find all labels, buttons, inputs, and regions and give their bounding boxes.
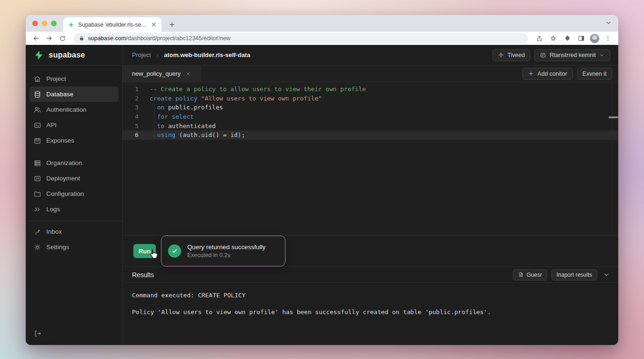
- breadcrumb-chevron-icon: ›: [156, 52, 158, 58]
- code-line: 3 on public.profiles: [123, 103, 618, 112]
- sidebar-item-label: Settings: [46, 244, 69, 251]
- window-controls: [32, 21, 57, 26]
- sidebar-item-settings[interactable]: Settings: [29, 239, 118, 255]
- kemnit-label: Rtanstrred kemnit: [549, 52, 596, 58]
- close-window-button[interactable]: [32, 21, 38, 26]
- guesr-label: Guesr: [527, 272, 542, 278]
- results-output: Command executed: CREATE POLICY Policy '…: [123, 283, 618, 345]
- sidebar-item-label: API: [46, 122, 57, 129]
- code-line: 4 for select: [123, 112, 618, 122]
- sidebar-item-organization[interactable]: Organization: [29, 155, 118, 171]
- card-lines-icon: [540, 52, 546, 58]
- guesr-button[interactable]: Guesr: [513, 269, 547, 280]
- sidebar-footer: [26, 330, 122, 345]
- sidebar-item-database[interactable]: Database: [29, 86, 118, 102]
- tiveed-button[interactable]: Tiveed: [492, 49, 530, 61]
- query-tabbar: new_policy_query Add conitor Exvnen it: [123, 65, 618, 82]
- sidebar-divider: [26, 221, 122, 221]
- sidebar-item-label: Database: [46, 91, 73, 98]
- sidebar-item-label: Project: [46, 75, 66, 82]
- side-panel-icon[interactable]: [576, 33, 587, 44]
- bookmark-star-icon[interactable]: [548, 33, 559, 44]
- sql-editor[interactable]: 1 -- Create a policy to allow users to v…: [123, 82, 618, 235]
- check-circle-icon: [168, 244, 181, 258]
- results-collapse-chevron-icon[interactable]: [601, 272, 612, 278]
- header-actions: Tiveed Rtanstrred kemnit: [492, 49, 610, 61]
- code-line: 1 -- Create a policy to allow users to v…: [123, 85, 618, 94]
- breadcrumb-project[interactable]: Project: [132, 51, 151, 58]
- reload-button[interactable]: [57, 33, 68, 44]
- tabbar-actions: Add conitor Exvnen it: [522, 65, 618, 82]
- collapse-sidebar-icon[interactable]: [34, 330, 114, 337]
- browser-toolbar: supabase.com/dashboard/project/abc12345/…: [26, 32, 618, 45]
- add-conitor-button[interactable]: Add conitor: [522, 68, 572, 80]
- add-conitor-label: Add conitor: [537, 71, 567, 77]
- query-tab-label: new_policy_query: [132, 70, 181, 77]
- editor-gutter-line: [612, 82, 612, 235]
- sidebar-item-project[interactable]: Project: [29, 71, 118, 86]
- toolbar-right-icons: [534, 33, 614, 44]
- toast-subtitle: Executed in 0.2s: [187, 252, 265, 258]
- exvnen-it-label: Exvnen it: [583, 71, 607, 77]
- line-number: 6: [123, 130, 150, 140]
- sidebar-item-logs[interactable]: Logs: [29, 201, 118, 217]
- calendar-icon: [34, 137, 41, 144]
- inaport-results-button[interactable]: Inaport results: [551, 269, 597, 280]
- maximize-window-button[interactable]: [51, 21, 57, 26]
- sidebar-item-label: Deployment: [46, 175, 80, 182]
- sidebar-item-api[interactable]: API: [29, 117, 118, 133]
- brand-logo[interactable]: supabase: [26, 45, 122, 65]
- sidebar-item-label: Logs: [46, 206, 60, 213]
- supabase-favicon: [68, 22, 74, 28]
- sidebar-item-exponses[interactable]: Exponses: [29, 133, 118, 148]
- code-line: 5 to authenticated: [123, 122, 618, 131]
- api-terminal-icon: [34, 122, 41, 129]
- tab-search-chevron-icon[interactable]: [605, 20, 612, 26]
- app-header: Project › atom.web-builder.rls-self-data…: [123, 45, 618, 65]
- sidebar-item-deployment[interactable]: Deployment: [29, 171, 118, 186]
- users-icon: [34, 106, 41, 114]
- sidebar-item-label: Configuration: [46, 190, 84, 197]
- sidebar-item-authentication[interactable]: Authentication: [29, 102, 118, 117]
- tab-close-icon[interactable]: [151, 22, 157, 28]
- back-button[interactable]: [30, 33, 42, 44]
- share-icon[interactable]: [534, 33, 545, 44]
- query-tab[interactable]: new_policy_query: [123, 65, 201, 82]
- line-number: 3: [123, 103, 150, 112]
- tiveed-label: Tiveed: [507, 52, 525, 58]
- success-toast: Query returned successfully Executed in …: [161, 236, 285, 266]
- extensions-puzzle-icon[interactable]: [562, 33, 573, 44]
- sidebar-nav: Project Database Authentication API Expo…: [26, 65, 122, 255]
- folder-icon: [34, 190, 41, 198]
- line-number: 2: [123, 94, 150, 103]
- main-panel: Project › atom.web-builder.rls-self-data…: [123, 45, 618, 345]
- indent-guide: [154, 103, 154, 140]
- browser-tab-title: Supabase 'ebuilder.rls-self-dat: [78, 22, 147, 28]
- breadcrumb-current: atom.web-builder.rls-self-data: [164, 51, 250, 58]
- sidebar-item-inbox[interactable]: Inbox: [29, 224, 118, 239]
- forward-button[interactable]: [44, 33, 55, 44]
- exvnen-it-button[interactable]: Exvnen it: [577, 68, 612, 80]
- browser-menu-icon[interactable]: [602, 33, 614, 44]
- results-line: Command executed: CREATE POLICY: [132, 292, 609, 299]
- sidebar-item-label: Authentication: [46, 106, 87, 113]
- sidebar-item-label: Exponses: [46, 137, 74, 144]
- kemnit-dropdown-button[interactable]: Rtanstrred kemnit: [534, 49, 610, 61]
- sidebar-item-configuration[interactable]: Configuration: [29, 186, 118, 201]
- results-header: Results Guesr Inaport results: [123, 266, 618, 283]
- browser-tab[interactable]: Supabase 'ebuilder.rls-self-dat: [63, 17, 161, 32]
- profile-avatar[interactable]: [590, 34, 600, 43]
- new-tab-button[interactable]: [165, 18, 178, 31]
- query-tab-close-icon[interactable]: [185, 71, 191, 77]
- run-row: Run Query returned successfully Executed…: [123, 235, 618, 266]
- editor-scrollbar-thumb[interactable]: [608, 116, 618, 118]
- results-title: Results: [132, 271, 154, 279]
- run-button[interactable]: Run: [133, 244, 156, 258]
- browser-window: Supabase 'ebuilder.rls-self-dat supabase…: [26, 15, 618, 345]
- lock-icon: [79, 36, 84, 41]
- sidebar: supabase Project Database Authentication: [26, 45, 123, 345]
- inbox-route-icon: [34, 228, 41, 236]
- url-bar[interactable]: supabase.com/dashboard/project/abc12345/…: [73, 33, 528, 43]
- database-icon: [34, 91, 41, 98]
- minimize-window-button[interactable]: [42, 21, 47, 26]
